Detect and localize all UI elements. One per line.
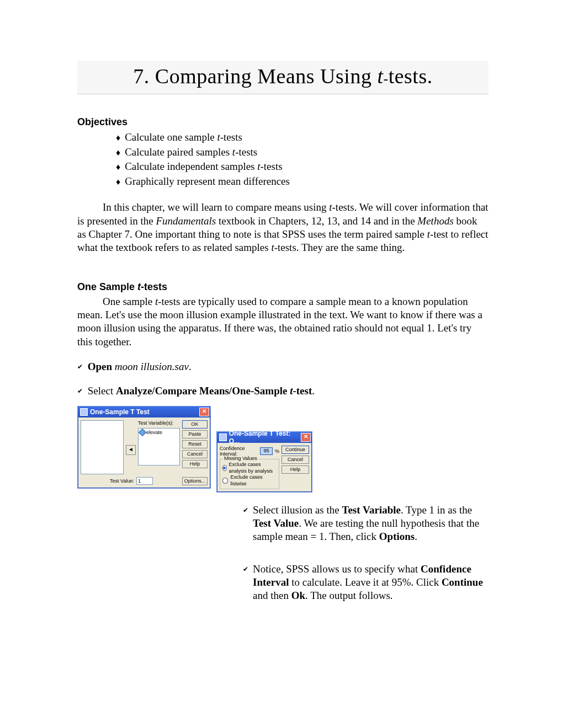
variable-name: elevate bbox=[146, 430, 162, 435]
options-button[interactable]: Options... bbox=[182, 477, 208, 485]
window-title: One-Sample T Test: O... bbox=[229, 430, 301, 445]
step-confidence-interval: Notice, SPSS allows us to specify what C… bbox=[243, 563, 488, 603]
title-t: t bbox=[377, 65, 383, 88]
radio-exclude-analysis[interactable]: Exclude cases analysis by analysis bbox=[222, 462, 277, 474]
variable-icon bbox=[139, 429, 146, 436]
title-prefix: 7. Comparing Means Using bbox=[133, 65, 377, 88]
title-suffix: tests. bbox=[389, 65, 433, 88]
dialog-one-sample-t-test: One-Sample T Test ✕ ◄ Test Variable(s): bbox=[77, 406, 211, 489]
cancel-button[interactable]: Cancel bbox=[282, 456, 309, 464]
window-title: One-Sample T Test bbox=[90, 408, 150, 416]
objectives-list: Calculate one sample t-tests Calculate p… bbox=[116, 130, 488, 189]
dialog-one-sample-options: One-Sample T Test: O... ✕ Confidence Int… bbox=[216, 431, 312, 493]
intro-paragraph: In this chapter, we will learn to compar… bbox=[77, 201, 488, 254]
continue-button[interactable]: Continue bbox=[282, 446, 309, 454]
help-button[interactable]: Help bbox=[182, 460, 208, 468]
percent-label: % bbox=[275, 448, 279, 454]
list-item: Calculate one sample t-tests bbox=[116, 130, 488, 145]
app-icon bbox=[80, 408, 88, 416]
test-variable-list[interactable]: elevate bbox=[138, 428, 180, 465]
radio-icon bbox=[222, 478, 228, 484]
source-variable-list[interactable] bbox=[81, 420, 124, 474]
list-item: Calculate independent samples t-tests bbox=[116, 159, 488, 174]
ok-button[interactable]: OK bbox=[182, 420, 208, 429]
objectives-heading: Objectives bbox=[77, 116, 488, 128]
title-dash: - bbox=[383, 71, 388, 87]
help-button[interactable]: Help bbox=[282, 465, 309, 474]
group-legend: Missing Values bbox=[222, 456, 259, 461]
page-title: 7. Comparing Means Using t-tests. bbox=[77, 61, 488, 94]
radio-exclude-listwise[interactable]: Exclude cases listwise bbox=[222, 474, 277, 487]
step-select-test-variable: Select illusion as the Test Variable. Ty… bbox=[243, 504, 488, 544]
list-item: Calculate paired samples t-tests bbox=[116, 145, 488, 160]
close-icon[interactable]: ✕ bbox=[199, 408, 209, 416]
app-icon bbox=[219, 433, 227, 441]
confidence-interval-label: Confidence Interval: bbox=[220, 446, 258, 457]
test-variable-label: Test Variable(s): bbox=[138, 420, 180, 426]
reset-button[interactable]: Reset bbox=[182, 440, 208, 448]
one-sample-paragraph: One sample t-tests are typically used to… bbox=[77, 295, 488, 349]
titlebar[interactable]: One-Sample T Test: O... ✕ bbox=[217, 432, 312, 443]
step-open-file: Open moon illusion.sav. bbox=[77, 361, 488, 373]
missing-values-group: Missing Values Exclude cases analysis by… bbox=[220, 459, 279, 489]
cancel-button[interactable]: Cancel bbox=[182, 450, 208, 458]
section-one-sample-heading: One Sample t-tests bbox=[77, 281, 488, 293]
move-variable-button[interactable]: ◄ bbox=[126, 445, 136, 455]
radio-icon bbox=[222, 465, 227, 471]
close-icon[interactable]: ✕ bbox=[301, 433, 311, 442]
test-value-input[interactable] bbox=[136, 477, 153, 485]
confidence-interval-input[interactable]: 95 bbox=[260, 447, 273, 455]
variable-item[interactable]: elevate bbox=[140, 430, 178, 435]
list-item: Graphically represent mean differences bbox=[116, 174, 488, 189]
step-select-menu: Select Analyze/Compare Means/One-Sample … bbox=[77, 385, 488, 397]
test-value-label: Test Value: bbox=[110, 478, 134, 484]
titlebar[interactable]: One-Sample T Test ✕ bbox=[78, 406, 210, 417]
paste-button[interactable]: Paste bbox=[182, 430, 208, 438]
